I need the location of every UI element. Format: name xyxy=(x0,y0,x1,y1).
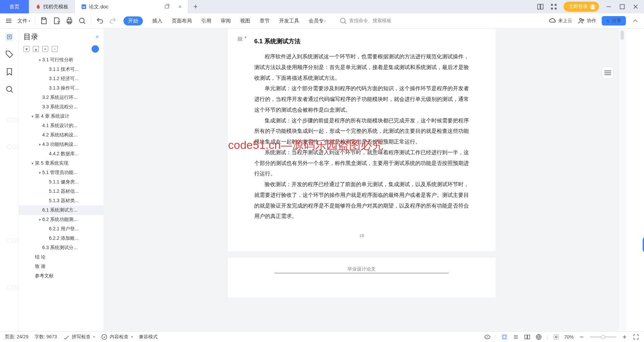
coop-button[interactable]: 协作 xyxy=(578,17,596,25)
toc-item[interactable]: 3.3 系统流程分... xyxy=(19,102,104,112)
zoom-in-icon[interactable] xyxy=(621,334,628,340)
menu-review[interactable]: 审阅 xyxy=(221,18,231,24)
ai-assist-icon[interactable] xyxy=(92,45,99,53)
toc-item[interactable]: 4.4.2 数据库... xyxy=(19,149,104,159)
rail-search-icon[interactable] xyxy=(5,85,14,94)
chevron-up-icon[interactable] xyxy=(631,17,639,25)
tab-document[interactable]: W 论文.doc × xyxy=(75,0,188,13)
sidebar-title: 目录 xyxy=(23,32,95,42)
status-compat[interactable]: 兼容模式 xyxy=(139,334,158,340)
rail-bookmark-icon[interactable] xyxy=(5,67,14,76)
toc-item[interactable]: 4.2 系统结构设... xyxy=(19,130,104,140)
svg-line-23 xyxy=(84,22,85,24)
zoom-slider[interactable] xyxy=(590,336,616,338)
menu-chapter[interactable]: 章节 xyxy=(260,18,270,24)
window-minimize-icon[interactable] xyxy=(605,3,612,10)
tab-home-label: 首页 xyxy=(9,4,19,10)
print-icon[interactable] xyxy=(65,17,73,25)
scroll-thumb[interactable] xyxy=(621,31,624,40)
rail-outline-icon[interactable] xyxy=(5,33,14,41)
tab-template[interactable]: 找稻壳模板 xyxy=(29,0,75,13)
preview-icon[interactable] xyxy=(78,17,86,25)
redo-icon[interactable] xyxy=(109,17,117,25)
menu-view[interactable]: 视图 xyxy=(240,18,250,24)
tabbar: 首页 找稻壳模板 W 论文.doc × + 立即登录 xyxy=(0,0,644,13)
status-page[interactable]: 页面: 24/29 xyxy=(5,334,29,340)
command-search[interactable]: 查找命令、搜索模板 xyxy=(339,17,391,25)
document-page: ▤▾ 6.1 系统测试方法 程序软件进入到系统测试这一个环节时，也需要根据测试的… xyxy=(227,28,496,251)
menu-reference[interactable]: 引用 xyxy=(201,18,211,24)
login-button[interactable]: 立即登录 xyxy=(564,2,599,12)
view-web-icon[interactable] xyxy=(535,334,542,340)
toc-item[interactable]: 6.2.1 用户登... xyxy=(19,224,104,234)
toc-item[interactable]: 3.1.1 技术可... xyxy=(19,65,104,74)
view-page-icon[interactable] xyxy=(501,334,508,340)
status-contentcheck[interactable]: 内容检查▾ xyxy=(101,334,133,340)
toc-item[interactable]: 3.1.3 操作可... xyxy=(19,83,104,93)
settings-gear-icon[interactable] xyxy=(553,334,559,340)
file-menu[interactable]: 文件▾ xyxy=(17,18,30,24)
add-item-icon[interactable]: + xyxy=(42,46,48,52)
floating-menu-button[interactable] xyxy=(602,67,614,79)
toc-item[interactable]: 6.2.2 添加账... xyxy=(19,234,104,243)
toc-item[interactable]: 结 论 xyxy=(19,252,104,262)
menu-devtools[interactable]: 开发工具 xyxy=(279,18,299,24)
svg-rect-4 xyxy=(541,4,543,9)
toc-item[interactable]: 6.3 系统测试分... xyxy=(19,243,104,252)
window-close-icon[interactable] xyxy=(632,3,639,10)
toc-item[interactable]: ▾第 4 章 系统设计 xyxy=(19,112,104,121)
toc-item-label: 5.1 管理员功能... xyxy=(42,170,77,176)
page-dropdown-icon: ▾ xyxy=(245,35,247,42)
toc-item[interactable]: ▾3.1 可行性分析 xyxy=(19,55,104,65)
toc-item[interactable]: 3.2 系统运行环... xyxy=(19,93,104,102)
toc-item[interactable]: 参考文献 xyxy=(19,271,104,281)
document-viewport[interactable]: ▤▾ 6.1 系统测试方法 程序软件进入到系统测试这一个环节时，也需要根据测试的… xyxy=(104,28,619,331)
apps-icon[interactable] xyxy=(550,3,557,10)
eye-icon[interactable] xyxy=(484,334,491,340)
undo-icon[interactable] xyxy=(96,17,104,25)
tab-home[interactable]: 首页 xyxy=(0,0,29,13)
window-maximize-icon[interactable] xyxy=(619,3,626,10)
toc-item[interactable]: 5.1.2 器材信... xyxy=(19,187,104,196)
sidebar-close-icon[interactable]: × xyxy=(95,34,99,41)
view-read-icon[interactable] xyxy=(524,334,531,340)
remove-item-icon[interactable]: − xyxy=(52,46,58,52)
toc-item[interactable]: 5.1.3 器材类... xyxy=(19,196,104,206)
page-header-controls[interactable]: ▤▾ xyxy=(237,35,247,42)
menu-insert[interactable]: 插入 xyxy=(152,18,162,24)
layout-icon[interactable] xyxy=(537,3,544,10)
toc-item[interactable]: ▾6.2 系统功能测... xyxy=(19,215,104,224)
menu-page-layout[interactable]: 页面布局 xyxy=(172,18,192,24)
menu-member[interactable]: 会员专› xyxy=(309,18,326,24)
sidebar: 目录 × ▾ ▴ + − ▾3.1 可行性分析 3.1.1 技术可... 3.1… xyxy=(19,28,104,331)
menu-start[interactable]: 开始 xyxy=(123,16,143,25)
toc-list[interactable]: ▾3.1 可行性分析 3.1.1 技术可... 3.1.2 经济可... 3.1… xyxy=(19,55,104,331)
tab-add[interactable]: + xyxy=(188,0,203,13)
status-spellcheck[interactable]: 拼写检查▾ xyxy=(63,334,95,340)
rail-tag-icon[interactable] xyxy=(5,50,14,59)
cloud-status[interactable]: 未上云 xyxy=(549,17,572,25)
toc-item[interactable]: ▾4.3 功能结构设... xyxy=(19,140,104,149)
toc-item[interactable]: ▾第 5 章系统实现 xyxy=(19,159,104,168)
save-as-icon[interactable] xyxy=(53,17,61,25)
fullscreen-icon[interactable] xyxy=(633,334,639,340)
toc-item[interactable]: 4.1 系统设计的... xyxy=(19,121,104,130)
save-icon[interactable] xyxy=(40,17,48,25)
expand-all-icon[interactable]: ▴ xyxy=(33,46,39,52)
close-icon[interactable]: × xyxy=(178,3,182,10)
popout-icon[interactable] xyxy=(164,4,170,10)
side-handle[interactable] xyxy=(643,236,644,253)
toc-item[interactable]: 致 谢 xyxy=(19,262,104,271)
status-words[interactable]: 字数: 9673 xyxy=(35,334,57,340)
collapse-all-icon[interactable]: ▾ xyxy=(23,46,30,52)
zoom-out-icon[interactable] xyxy=(578,334,585,340)
zoom-value[interactable]: 70% xyxy=(564,334,574,340)
toc-item[interactable]: ▾5.1 管理员功能... xyxy=(19,168,104,177)
share-button[interactable]: ⎋分享 xyxy=(602,16,626,25)
scrollbar[interactable] xyxy=(619,28,625,331)
toc-item[interactable]: 3.1.2 经济可... xyxy=(19,74,104,83)
toc-item[interactable]: 5.1.1 健身房... xyxy=(19,177,104,187)
toc-item[interactable]: 6.1 系统测试方... xyxy=(19,206,104,215)
view-outline-icon[interactable] xyxy=(513,334,519,340)
hamburger-icon[interactable] xyxy=(5,17,13,25)
